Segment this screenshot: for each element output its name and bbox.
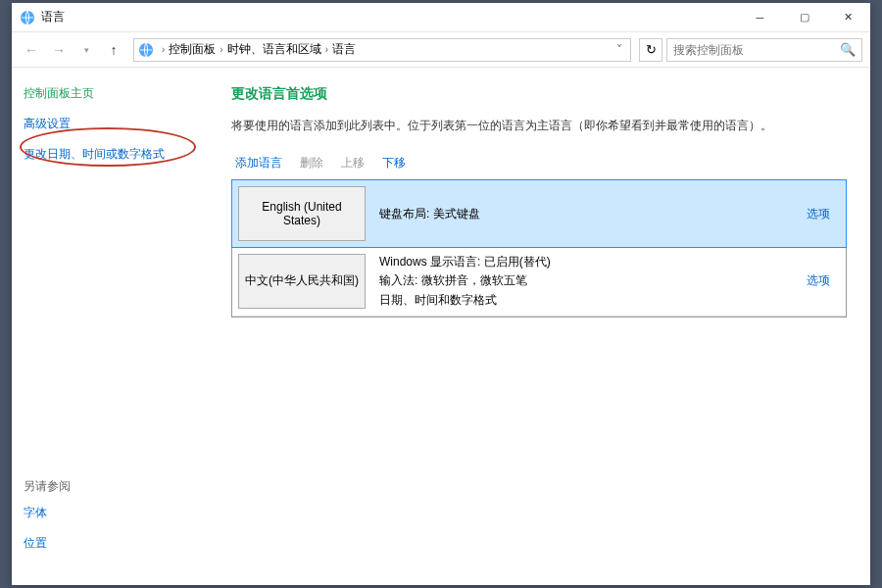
breadcrumb-item[interactable]: 语言 [332,41,356,58]
search-input[interactable] [673,43,840,57]
titlebar: 语言 ─ ▢ ✕ [12,3,870,32]
window-controls: ─ ▢ ✕ [738,3,870,32]
breadcrumb-dropdown[interactable]: ˅ [612,43,626,57]
language-name-box: English (United States) [238,186,366,241]
language-list: English (United States)键盘布局: 美式键盘选项中文(中华… [231,179,847,318]
move-down-link[interactable]: 下移 [382,155,406,172]
page-description: 将要使用的语言添加到此列表中。位于列表第一位的语言为主语言（即你希望看到并最常使… [231,117,847,135]
language-row[interactable]: 中文(中华人民共和国)Windows 显示语言: 已启用(替代)输入法: 微软拼… [232,247,846,317]
navbar: ← → ▾ ↑ › 控制面板 › 时钟、语言和区域 › 语言 ˅ ↻ 🔍 [12,32,870,68]
toolbar: 添加语言 删除 上移 下移 [231,155,847,172]
language-name-box: 中文(中华人民共和国) [238,254,366,309]
chevron-right-icon: › [220,44,222,55]
content-body: 控制面板主页 高级设置 更改日期、时间或数字格式 另请参阅 字体 位置 更改语言… [12,68,870,585]
back-button[interactable]: ← [20,38,43,62]
move-up-link[interactable]: 上移 [341,155,365,172]
maximize-button[interactable]: ▢ [782,3,826,32]
control-panel-window: 语言 ─ ▢ ✕ ← → ▾ ↑ › 控制面板 › 时钟、语言和区域 › 语言 … [12,3,870,585]
minimize-button[interactable]: ─ [738,3,782,32]
recent-dropdown[interactable]: ▾ [74,38,98,62]
window-title: 语言 [41,9,738,25]
breadcrumb[interactable]: › 控制面板 › 时钟、语言和区域 › 语言 ˅ [133,38,631,62]
see-also-title: 另请参阅 [24,478,71,495]
chevron-right-icon: › [162,44,165,55]
remove-link[interactable]: 删除 [300,155,323,172]
language-details: 键盘布局: 美式键盘 [379,205,807,223]
language-row[interactable]: English (United States)键盘布局: 美式键盘选项 [231,179,847,248]
page-title: 更改语言首选项 [231,85,847,103]
close-button[interactable]: ✕ [826,3,870,32]
language-icon [138,42,154,58]
forward-button[interactable]: → [47,38,71,62]
sidebar-home[interactable]: 控制面板主页 [24,85,196,102]
breadcrumb-item[interactable]: 控制面板 [169,41,216,58]
see-also-section: 另请参阅 字体 位置 [24,478,71,565]
sidebar-location[interactable]: 位置 [24,535,71,552]
search-icon: 🔍 [840,42,856,57]
sidebar-datetime-format[interactable]: 更改日期、时间或数字格式 [24,146,196,163]
language-icon [20,10,35,25]
breadcrumb-item[interactable]: 时钟、语言和区域 [227,41,321,58]
main-content: 更改语言首选项 将要使用的语言添加到此列表中。位于列表第一位的语言为主语言（即你… [208,68,870,585]
up-button[interactable]: ↑ [102,38,125,62]
sidebar-advanced[interactable]: 高级设置 [24,116,196,132]
language-details: Windows 显示语言: 已启用(替代)输入法: 微软拼音，微软五笔日期、时间… [379,253,807,310]
refresh-button[interactable]: ↻ [639,38,662,62]
add-language-link[interactable]: 添加语言 [235,155,282,172]
search-box[interactable]: 🔍 [666,38,862,62]
language-options-link[interactable]: 选项 [807,206,830,222]
sidebar-font[interactable]: 字体 [24,505,71,521]
language-options-link[interactable]: 选项 [807,272,830,289]
chevron-right-icon: › [325,44,328,55]
sidebar: 控制面板主页 高级设置 更改日期、时间或数字格式 另请参阅 字体 位置 [12,68,208,585]
